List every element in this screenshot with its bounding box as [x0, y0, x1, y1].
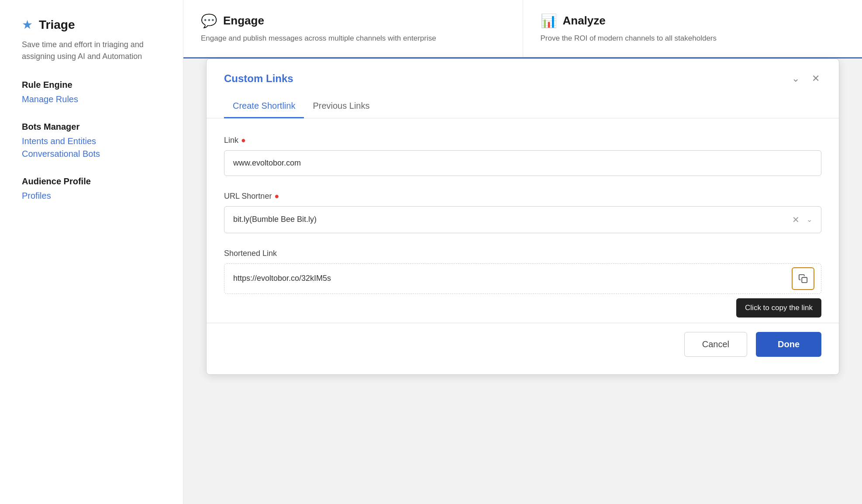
custom-links-modal: Custom Links ⌄ ✕ Create Shortlink Previo…	[206, 59, 839, 375]
copy-icon	[798, 274, 808, 283]
engage-title: Engage	[223, 14, 264, 28]
done-button[interactable]: Done	[756, 332, 821, 357]
select-arrow-icon[interactable]: ⌄	[807, 215, 812, 224]
nav-card-analyze-header: 📊 Analyze	[541, 13, 845, 28]
section-label-bots-manager: Bots Manager	[22, 122, 161, 132]
modal-header: Custom Links ⌄ ✕	[207, 59, 839, 86]
star-icon: ★	[22, 17, 33, 32]
modal-title: Custom Links	[224, 72, 293, 85]
svg-rect-0	[802, 277, 807, 283]
select-clear-icon[interactable]: ✕	[792, 214, 800, 225]
section-bots-manager: Bots Manager Intents and Entities Conver…	[22, 122, 161, 159]
copy-tooltip: Click to copy the link	[736, 298, 821, 318]
url-shortner-label: URL Shortner ●	[224, 192, 821, 201]
sidebar-item-profiles[interactable]: Profiles	[22, 191, 161, 201]
form-group-url-shortner: URL Shortner ● bit.ly(Bumble Bee Bit.ly)…	[224, 192, 821, 233]
tab-previous-links[interactable]: Previous Links	[304, 95, 378, 118]
modal-body: Link ● URL Shortner ● bit.ly(Bumble Bee …	[207, 118, 839, 323]
url-shortner-select[interactable]: bit.ly(Bumble Bee Bit.ly) ✕ ⌄	[224, 206, 821, 233]
select-actions: ✕ ⌄	[792, 214, 812, 225]
triage-description: Save time and effort in triaging and ass…	[22, 39, 161, 62]
collapse-button[interactable]: ⌄	[790, 71, 801, 86]
copy-link-button[interactable]	[792, 267, 814, 290]
top-nav: 💬 Engage Engage and publish messages acr…	[183, 0, 862, 59]
shortened-link-field: https://evoltobor.co/32kIM5s	[224, 263, 821, 294]
engage-desc: Engage and publish messages across multi…	[201, 33, 505, 44]
link-required-dot: ●	[241, 136, 246, 145]
sidebar-item-conversational-bots[interactable]: Conversational Bots	[22, 149, 161, 159]
sidebar-item-manage-rules[interactable]: Manage Rules	[22, 94, 161, 104]
url-shortner-required-dot: ●	[274, 192, 279, 201]
modal-header-actions: ⌄ ✕	[790, 71, 821, 86]
modal-tabs: Create Shortlink Previous Links	[207, 95, 839, 118]
sidebar-item-intents-entities[interactable]: Intents and Entities	[22, 136, 161, 146]
analyze-title: Analyze	[563, 14, 606, 28]
copy-btn-wrapper: Click to copy the link	[792, 263, 821, 294]
form-group-shortened-link: Shortened Link https://evoltobor.co/32kI…	[224, 249, 821, 294]
sidebar: ★ Triage Save time and effort in triagin…	[0, 0, 183, 504]
close-button[interactable]: ✕	[810, 71, 821, 86]
shortened-link-value: https://evoltobor.co/32kIM5s	[233, 274, 331, 283]
shortened-link-container: https://evoltobor.co/32kIM5s Click to co…	[224, 263, 821, 294]
section-rule-engine: Rule Engine Manage Rules	[22, 80, 161, 104]
url-shortner-value: bit.ly(Bumble Bee Bit.ly)	[233, 215, 792, 224]
triage-title: Triage	[39, 18, 75, 32]
cancel-button[interactable]: Cancel	[684, 332, 747, 357]
nav-card-engage[interactable]: 💬 Engage Engage and publish messages acr…	[183, 0, 523, 57]
section-label-rule-engine: Rule Engine	[22, 80, 161, 90]
modal-footer: Cancel Done	[207, 323, 839, 374]
analyze-desc: Prove the ROI of modern channels to all …	[541, 33, 845, 44]
shortened-link-label: Shortened Link	[224, 249, 821, 258]
link-label: Link ●	[224, 136, 821, 145]
form-group-link: Link ●	[224, 136, 821, 176]
nav-card-engage-header: 💬 Engage	[201, 13, 505, 28]
nav-card-analyze[interactable]: 📊 Analyze Prove the ROI of modern channe…	[523, 0, 862, 57]
engage-icon: 💬	[201, 13, 217, 28]
tab-create-shortlink[interactable]: Create Shortlink	[224, 95, 304, 118]
analyze-icon: 📊	[541, 13, 557, 28]
modal-area: Custom Links ⌄ ✕ Create Shortlink Previo…	[183, 59, 862, 504]
main-content: 💬 Engage Engage and publish messages acr…	[183, 0, 862, 504]
triage-header: ★ Triage	[22, 17, 161, 32]
section-audience-profile: Audience Profile Profiles	[22, 176, 161, 201]
section-label-audience-profile: Audience Profile	[22, 176, 161, 186]
link-input[interactable]	[224, 150, 821, 176]
